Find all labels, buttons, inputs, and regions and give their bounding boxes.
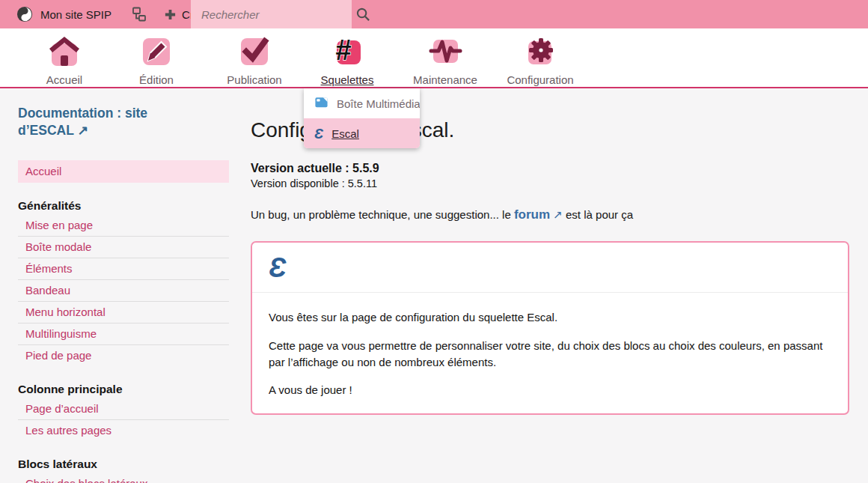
sidebar-item-accueil[interactable]: Accueil xyxy=(18,160,229,183)
sitemap-icon[interactable] xyxy=(131,6,147,22)
escal-info-box: Ɛ Vous êtes sur la page de configuration… xyxy=(251,241,849,415)
nav-label: Squelettes xyxy=(299,73,396,86)
search-icon xyxy=(356,7,370,22)
nav-label: Maintenance xyxy=(397,73,494,86)
escal-logo-icon: Ɛ xyxy=(314,127,323,141)
pulse-icon xyxy=(427,33,463,69)
squelettes-dropdown: Boîte Multimédia Ɛ Escal xyxy=(304,88,420,148)
plus-icon xyxy=(164,8,177,21)
nav-item-edition[interactable]: Édition xyxy=(108,33,205,86)
topbar: Mon site SPIP Créer xyxy=(0,0,868,28)
site-name-link[interactable]: Mon site SPIP xyxy=(40,8,111,21)
version-available: Version disponible : 5.5.11 xyxy=(251,177,849,189)
sidebar: Documentation : site d’ESCAL ↗ Accueil G… xyxy=(18,105,229,483)
nav-item-publication[interactable]: Publication xyxy=(206,33,303,86)
dropdown-item-escal[interactable]: Ɛ Escal xyxy=(304,118,420,148)
bug-line-before: Un bug, un problème technique, une sugge… xyxy=(251,208,511,221)
hash-icon: # xyxy=(329,33,365,69)
sidebar-item[interactable]: Mise en page xyxy=(18,215,229,236)
spip-logo-icon[interactable] xyxy=(16,6,33,22)
nav-item-accueil[interactable]: Accueil xyxy=(16,33,113,86)
dropdown-item-label: Boîte Multimédia xyxy=(337,97,420,110)
search-input[interactable] xyxy=(191,0,356,28)
sidebar-item[interactable]: Bandeau xyxy=(18,279,229,301)
forum-link[interactable]: forum xyxy=(514,207,550,222)
sidebar-item[interactable]: Choix des blocs latéraux xyxy=(18,473,229,483)
sidebar-item[interactable]: Pied de page xyxy=(18,344,229,366)
info-box-header: Ɛ xyxy=(252,243,848,293)
escal-logo-icon: Ɛ xyxy=(269,252,287,283)
sidebar-section-heading: Blocs latéraux xyxy=(18,458,229,473)
dropdown-item-boite-multimedia[interactable]: Boîte Multimédia xyxy=(304,88,420,118)
info-paragraph: Vous êtes sur la page de configuration d… xyxy=(269,309,831,326)
sidebar-section-heading: Généralités xyxy=(18,199,229,215)
sidebar-item[interactable]: Multilinguisme xyxy=(18,323,229,344)
nav-item-squelettes[interactable]: # Squelettes xyxy=(299,33,396,86)
nav-item-configuration[interactable]: Configuration xyxy=(492,33,589,86)
external-link-arrow-icon[interactable]: ↗ xyxy=(553,208,563,221)
nav-label: Édition xyxy=(108,73,205,86)
sidebar-item[interactable]: Boîte modale xyxy=(18,236,229,258)
sidebar-documentation-link[interactable]: Documentation : site d’ESCAL ↗ xyxy=(18,105,190,139)
info-paragraph: Cette page va vous permettre de personna… xyxy=(269,338,831,371)
nav-label: Accueil xyxy=(16,73,113,86)
version-current: Version actuelle : 5.5.9 xyxy=(251,162,849,175)
svg-text:#: # xyxy=(335,34,351,66)
sidebar-section-heading: Colonne principale xyxy=(18,383,229,398)
search-bar xyxy=(191,0,352,28)
sidebar-section-colonne-principale: Colonne principale Page d’accueil Les au… xyxy=(18,383,229,441)
check-icon xyxy=(236,33,272,69)
info-paragraph: A vous de jouer ! xyxy=(269,382,831,398)
sidebar-item[interactable]: Menu horizontal xyxy=(18,301,229,323)
sidebar-section-blocs-lateraux: Blocs latéraux Choix des blocs latéraux … xyxy=(18,458,229,483)
sidebar-item[interactable]: Éléments xyxy=(18,258,229,279)
home-icon xyxy=(46,33,82,69)
info-box-body: Vous êtes sur la page de configuration d… xyxy=(252,293,848,413)
search-button[interactable] xyxy=(356,0,370,28)
main-navbar: Accueil Édition Publication # Squ xyxy=(0,28,868,88)
sidebar-section-generalites: Généralités Mise en page Boîte modale Él… xyxy=(18,199,229,366)
bug-report-line: Un bug, un problème technique, une sugge… xyxy=(251,207,849,222)
dropdown-item-label: Escal xyxy=(331,127,359,140)
multimedia-box-icon xyxy=(314,95,328,112)
nav-item-maintenance[interactable]: Maintenance xyxy=(397,33,494,86)
nav-label: Publication xyxy=(206,73,303,86)
sidebar-item[interactable]: Page d’accueil xyxy=(18,398,229,419)
sidebar-item[interactable]: Les autres pages xyxy=(18,419,229,441)
gear-icon xyxy=(522,33,558,69)
nav-label: Configuration xyxy=(492,73,589,86)
bug-line-after: est là pour ça xyxy=(566,208,633,221)
pencil-icon xyxy=(138,33,174,69)
